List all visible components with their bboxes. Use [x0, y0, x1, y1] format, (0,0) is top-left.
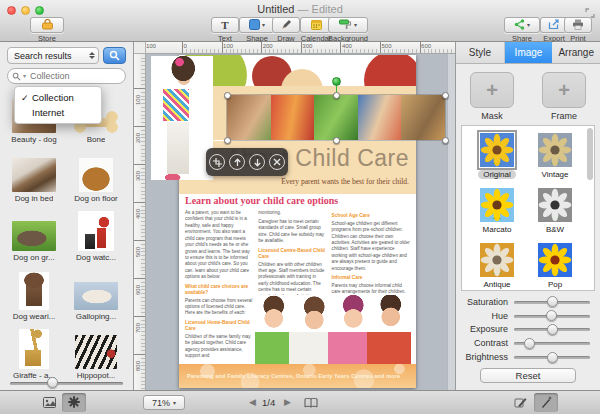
mask-button[interactable]: + — [470, 72, 514, 108]
clipart-label: Beauty - dog — [11, 135, 56, 144]
wand-tool-button[interactable] — [534, 393, 558, 412]
preset-thumbnail[interactable] — [538, 188, 572, 222]
clipart-item[interactable]: Dog on floor — [65, 147, 127, 203]
resize-handle-bm[interactable] — [333, 137, 340, 144]
next-page-button[interactable]: ▶ — [284, 398, 291, 407]
paint-roller-icon — [339, 16, 352, 34]
preset-scrollbar[interactable] — [587, 128, 593, 180]
media-browser-button[interactable] — [38, 393, 60, 412]
reset-button[interactable]: Reset — [480, 368, 576, 383]
slider-exposure[interactable] — [514, 324, 590, 335]
draw-tool-button[interactable]: Draw — [272, 17, 300, 43]
share-button[interactable]: ▾ Share — [504, 17, 540, 43]
preset-thumbnail[interactable] — [480, 243, 514, 277]
slider-brightness[interactable] — [514, 352, 590, 363]
page-manager-button[interactable] — [300, 393, 322, 412]
background-tool-button[interactable]: ▾ Background — [328, 17, 368, 43]
preset-pop[interactable]: Pop — [538, 243, 572, 289]
preset-thumbnail[interactable] — [538, 133, 572, 167]
slider-knob[interactable] — [524, 338, 535, 349]
girl-photo[interactable] — [151, 56, 213, 180]
source-select[interactable]: Search results — [7, 47, 99, 64]
slider-knob[interactable] — [547, 296, 558, 307]
chevron-down-icon: ▾ — [173, 400, 176, 406]
shape-tool-button[interactable]: ▾ Shape — [239, 17, 275, 43]
slider-knob[interactable] — [47, 377, 58, 388]
slider-knob[interactable] — [547, 352, 558, 363]
flyer-paragraph: School-age children get different progra… — [332, 221, 411, 272]
clipart-thumbnail[interactable] — [74, 282, 118, 310]
flyer-heading[interactable]: Learn about your child care options — [185, 195, 338, 206]
flyer-paragraph: Parents can choose from several options … — [185, 298, 252, 317]
preset-antique[interactable]: Antique — [478, 243, 515, 289]
preset-vintage[interactable]: Vintage — [537, 133, 574, 179]
preset-original[interactable]: Original — [478, 133, 516, 179]
clipart-thumbnail[interactable] — [75, 335, 117, 369]
rotate-handle[interactable] — [332, 77, 341, 86]
clipart-browser-button[interactable] — [62, 393, 86, 412]
resize-handle-tr[interactable] — [442, 92, 449, 99]
preset-thumbnail[interactable] — [480, 188, 514, 222]
hud-bring-forward-button[interactable] — [229, 154, 245, 170]
print-button[interactable]: Print — [564, 17, 592, 43]
menu-item-internet[interactable]: Internet — [15, 105, 101, 120]
frame-button[interactable]: + — [542, 72, 586, 108]
hud-send-backward-button[interactable] — [249, 154, 265, 170]
hud-delete-button[interactable] — [269, 154, 285, 170]
kids-photo[interactable] — [255, 295, 411, 373]
picture-icon — [43, 394, 56, 412]
search-button[interactable] — [103, 47, 126, 64]
preset-label: Vintage — [537, 170, 574, 179]
clipart-item[interactable]: Dog in bed — [3, 147, 65, 203]
flyer-paragraph: Parents may choose informal child care a… — [332, 283, 411, 296]
resize-handle-tl[interactable] — [224, 92, 231, 99]
flyer-subtitle[interactable]: Every parent wants the best for their ch… — [179, 177, 409, 186]
preset-marcato[interactable]: Marcato — [478, 188, 517, 234]
clipart-panel: Search results ▾ Beauty - dogBoneDog in … — [0, 42, 134, 390]
clipart-thumbnail[interactable] — [19, 272, 49, 310]
search-input-wrap[interactable]: ▾ — [7, 68, 126, 84]
clipart-item[interactable]: Hippopot... — [65, 324, 127, 380]
search-input[interactable] — [28, 70, 121, 82]
clipart-label: Dog in bed — [15, 194, 54, 203]
preset-bw[interactable]: B&W — [538, 188, 572, 234]
clipart-item[interactable]: Galloping... — [65, 265, 127, 321]
notes-tool-button[interactable] — [508, 393, 532, 412]
book-icon — [304, 394, 318, 412]
clipart-thumbnail[interactable] — [12, 158, 56, 192]
tab-arrange[interactable]: Arrange — [552, 42, 600, 63]
preset-thumbnail[interactable] — [538, 243, 572, 277]
slider-label: Exposure — [462, 324, 514, 334]
clipart-thumbnail[interactable] — [79, 158, 113, 192]
clipart-item[interactable]: Dog watc... — [65, 206, 127, 262]
slider-knob[interactable] — [546, 310, 557, 321]
thumbnail-size-slider[interactable] — [10, 378, 123, 389]
store-button[interactable]: Store — [30, 17, 64, 43]
text-tool-button[interactable]: T Text — [211, 17, 239, 43]
clipart-thumbnail[interactable] — [78, 211, 114, 251]
clipart-thumbnail[interactable] — [19, 329, 49, 369]
design-canvas[interactable]: -1000100200300400500600 1002003004005006… — [134, 42, 455, 390]
slider-saturation[interactable] — [514, 296, 590, 307]
clipart-item[interactable]: Dog on gr... — [3, 206, 65, 262]
prev-page-button[interactable]: ◀ — [249, 398, 256, 407]
canvas-scrollbar[interactable] — [447, 54, 455, 390]
clipart-item[interactable]: Dog weari... — [3, 265, 65, 321]
tab-style[interactable]: Style — [456, 42, 505, 63]
menu-item-collection[interactable]: ✓Collection — [15, 90, 101, 105]
resize-handle-br[interactable] — [442, 137, 449, 144]
tab-image[interactable]: Image — [505, 42, 553, 63]
hud-crop-button[interactable] — [209, 154, 225, 170]
slider-contrast[interactable] — [514, 338, 590, 349]
zoom-dropdown[interactable]: 71% ▾ — [143, 395, 185, 410]
slider-track[interactable] — [10, 382, 123, 385]
flyer-paragraph: As a parent, you want to be confident th… — [185, 210, 252, 281]
clipart-thumbnail[interactable] — [12, 221, 56, 251]
resize-handle-tm[interactable] — [333, 92, 340, 99]
resize-handle-bl[interactable] — [224, 137, 231, 144]
slider-hue[interactable] — [514, 310, 590, 321]
slider-knob[interactable] — [547, 324, 558, 335]
selected-photo-strip[interactable] — [227, 95, 445, 140]
clipart-item[interactable]: Giraffe - a... — [3, 324, 65, 380]
preset-thumbnail[interactable] — [480, 133, 514, 167]
